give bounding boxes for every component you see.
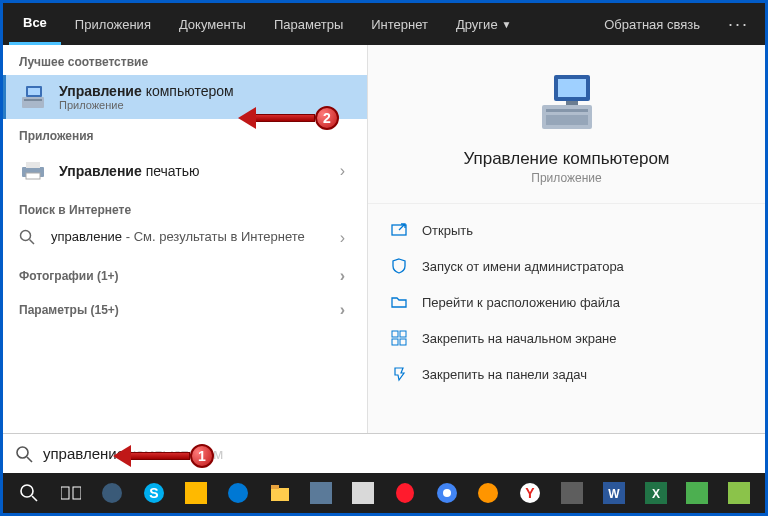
tab-documents[interactable]: Документы bbox=[165, 3, 260, 45]
taskbar-search-icon[interactable] bbox=[11, 475, 47, 511]
svg-rect-24 bbox=[61, 487, 69, 499]
pin-start-icon bbox=[390, 329, 408, 347]
photos-group[interactable]: Фотографии (1+)› bbox=[3, 257, 367, 291]
taskbar-app-3[interactable] bbox=[178, 475, 214, 511]
feedback-link[interactable]: Обратная связь bbox=[590, 17, 714, 32]
taskbar-opera-icon[interactable] bbox=[387, 475, 423, 511]
svg-rect-0 bbox=[22, 97, 44, 108]
params-group[interactable]: Параметры (15+)› bbox=[3, 291, 367, 325]
chevron-right-icon: › bbox=[334, 229, 351, 247]
search-icon bbox=[19, 229, 39, 245]
action-pin-taskbar[interactable]: Закрепить на панели задач bbox=[368, 356, 765, 392]
svg-point-38 bbox=[478, 483, 498, 503]
shield-icon bbox=[390, 257, 408, 275]
chevron-right-icon: › bbox=[334, 162, 351, 180]
svg-line-8 bbox=[30, 240, 35, 245]
svg-rect-10 bbox=[546, 109, 588, 112]
svg-rect-33 bbox=[310, 482, 332, 504]
taskbar-skype-icon[interactable]: S bbox=[136, 475, 172, 511]
results-panel: Лучшее соответствие Управление компьютер… bbox=[3, 45, 368, 433]
folder-icon bbox=[390, 293, 408, 311]
svg-rect-19 bbox=[400, 339, 406, 345]
svg-text:W: W bbox=[608, 487, 620, 501]
taskbar-excel-icon[interactable]: X bbox=[638, 475, 674, 511]
taskbar-yandex-icon[interactable]: Y bbox=[512, 475, 548, 511]
action-pin-start[interactable]: Закрепить на начальном экране bbox=[368, 320, 765, 356]
svg-rect-11 bbox=[546, 115, 588, 125]
result-title: Управление печатью bbox=[59, 163, 200, 179]
tab-internet[interactable]: Интернет bbox=[357, 3, 442, 45]
chevron-right-icon: › bbox=[334, 301, 351, 319]
preview-panel: Управление компьютером Приложение Открыт… bbox=[368, 45, 765, 433]
svg-text:S: S bbox=[150, 485, 159, 501]
search-icon bbox=[15, 445, 33, 463]
taskbar-chrome-icon[interactable] bbox=[429, 475, 465, 511]
taskbar-firefox-icon[interactable] bbox=[471, 475, 507, 511]
svg-text:X: X bbox=[652, 487, 660, 501]
best-match-label: Лучшее соответствие bbox=[3, 45, 367, 75]
svg-rect-13 bbox=[558, 79, 586, 97]
taskbar: S Y W X bbox=[3, 473, 765, 513]
taskbar-edge-icon[interactable] bbox=[220, 475, 256, 511]
pin-taskbar-icon bbox=[390, 365, 408, 383]
chevron-down-icon: ▼ bbox=[502, 19, 512, 30]
taskbar-app-7[interactable] bbox=[345, 475, 381, 511]
tab-all[interactable]: Все bbox=[9, 3, 61, 45]
svg-line-21 bbox=[27, 457, 32, 462]
taskbar-app-12[interactable] bbox=[554, 475, 590, 511]
svg-rect-46 bbox=[686, 482, 708, 504]
tab-more[interactable]: Другие▼ bbox=[442, 3, 526, 45]
tab-apps[interactable]: Приложения bbox=[61, 3, 165, 45]
taskbar-word-icon[interactable]: W bbox=[596, 475, 632, 511]
apps-label: Приложения bbox=[3, 119, 367, 149]
taskbar-app-6[interactable] bbox=[303, 475, 339, 511]
result-web-search[interactable]: управление - См. результаты в Интернете … bbox=[3, 223, 367, 257]
action-run-as-admin[interactable]: Запуск от имени администратора bbox=[368, 248, 765, 284]
chevron-right-icon: › bbox=[334, 267, 351, 285]
tab-settings[interactable]: Параметры bbox=[260, 3, 357, 45]
svg-rect-6 bbox=[26, 173, 40, 179]
preview-subtitle: Приложение bbox=[531, 171, 601, 185]
taskbar-taskview-icon[interactable] bbox=[53, 475, 89, 511]
action-open-location[interactable]: Перейти к расположению файла bbox=[368, 284, 765, 320]
action-open[interactable]: Открыть bbox=[368, 212, 765, 248]
open-icon bbox=[390, 221, 408, 239]
taskbar-explorer-icon[interactable] bbox=[262, 475, 298, 511]
result-print-management[interactable]: Управление печатью › bbox=[3, 149, 367, 193]
svg-point-22 bbox=[21, 485, 33, 497]
web-search-label: Поиск в Интернете bbox=[3, 193, 367, 223]
svg-point-20 bbox=[17, 447, 28, 458]
svg-point-7 bbox=[21, 231, 31, 241]
taskbar-app-16[interactable] bbox=[721, 475, 757, 511]
svg-rect-5 bbox=[26, 162, 40, 168]
result-computer-management[interactable]: Управление компьютером Приложение bbox=[3, 75, 367, 119]
svg-rect-41 bbox=[561, 482, 583, 504]
svg-text:Y: Y bbox=[526, 485, 536, 501]
svg-rect-14 bbox=[566, 101, 578, 105]
svg-rect-17 bbox=[400, 331, 406, 337]
svg-point-30 bbox=[228, 483, 248, 503]
result-subtitle: Приложение bbox=[59, 99, 234, 111]
print-management-icon bbox=[19, 157, 47, 185]
svg-rect-25 bbox=[73, 487, 81, 499]
more-menu[interactable]: ··· bbox=[718, 14, 759, 35]
result-title: Управление компьютером bbox=[59, 83, 234, 99]
search-header: Все Приложения Документы Параметры Интер… bbox=[3, 3, 765, 45]
svg-rect-1 bbox=[24, 99, 42, 101]
svg-rect-16 bbox=[392, 331, 398, 337]
svg-rect-3 bbox=[28, 88, 40, 95]
svg-rect-32 bbox=[271, 485, 279, 489]
computer-management-large-icon bbox=[532, 67, 602, 137]
svg-point-37 bbox=[443, 489, 451, 497]
preview-title: Управление компьютером bbox=[463, 149, 669, 169]
svg-point-35 bbox=[396, 483, 414, 503]
taskbar-app-1[interactable] bbox=[95, 475, 131, 511]
svg-rect-47 bbox=[728, 482, 750, 504]
svg-point-26 bbox=[102, 483, 122, 503]
svg-rect-29 bbox=[185, 482, 207, 504]
taskbar-app-15[interactable] bbox=[680, 475, 716, 511]
svg-line-23 bbox=[32, 496, 37, 501]
svg-rect-34 bbox=[352, 482, 374, 504]
search-bar[interactable]: управление компьютером bbox=[3, 433, 765, 473]
svg-rect-18 bbox=[392, 339, 398, 345]
